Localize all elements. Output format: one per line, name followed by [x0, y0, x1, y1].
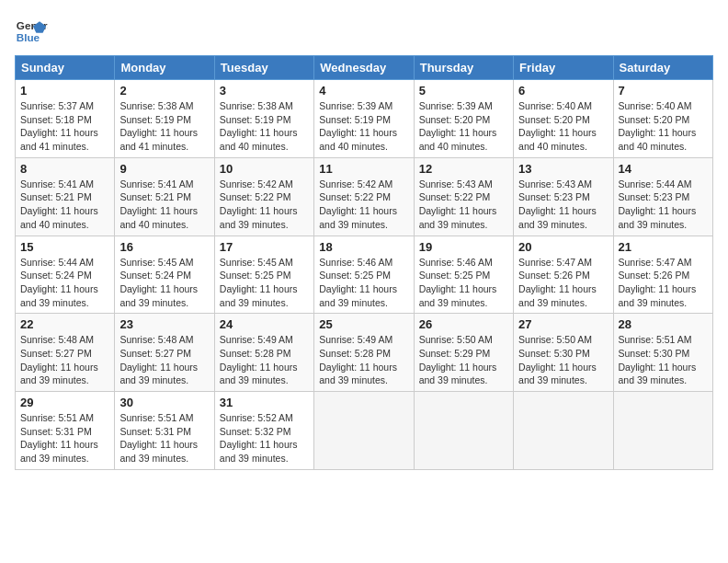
days-header-row: SundayMondayTuesdayWednesdayThursdayFrid… [16, 56, 713, 80]
calendar-cell: 21Sunrise: 5:47 AMSunset: 5:26 PMDayligh… [613, 236, 712, 314]
calendar-week-row: 1Sunrise: 5:37 AMSunset: 5:18 PMDaylight… [16, 80, 713, 158]
day-number: 25 [319, 317, 408, 331]
day-header-saturday: Saturday [613, 56, 712, 80]
calendar-week-row: 22Sunrise: 5:48 AMSunset: 5:27 PMDayligh… [16, 314, 713, 392]
day-number: 23 [119, 317, 209, 331]
day-number: 6 [518, 84, 608, 98]
calendar-cell: 6Sunrise: 5:40 AMSunset: 5:20 PMDaylight… [514, 80, 613, 158]
calendar-week-row: 8Sunrise: 5:41 AMSunset: 5:21 PMDaylight… [16, 157, 713, 236]
day-number: 10 [220, 162, 309, 176]
calendar-cell: 25Sunrise: 5:49 AMSunset: 5:28 PMDayligh… [314, 314, 414, 392]
day-number: 30 [119, 396, 209, 409]
cell-sun-info: Sunrise: 5:51 AMSunset: 5:30 PMDaylight:… [619, 333, 708, 387]
day-number: 8 [20, 162, 109, 176]
calendar-cell: 31Sunrise: 5:52 AMSunset: 5:32 PMDayligh… [214, 392, 313, 470]
calendar-cell [514, 392, 613, 470]
cell-sun-info: Sunrise: 5:37 AMSunset: 5:18 PMDaylight:… [20, 99, 109, 154]
calendar-cell: 4Sunrise: 5:39 AMSunset: 5:19 PMDaylight… [314, 80, 414, 158]
cell-sun-info: Sunrise: 5:50 AMSunset: 5:29 PMDaylight:… [419, 333, 508, 387]
calendar-cell: 13Sunrise: 5:43 AMSunset: 5:23 PMDayligh… [514, 157, 613, 236]
day-number: 4 [319, 84, 408, 98]
calendar-week-row: 29Sunrise: 5:51 AMSunset: 5:31 PMDayligh… [16, 392, 713, 470]
cell-sun-info: Sunrise: 5:51 AMSunset: 5:31 PMDaylight:… [119, 411, 209, 465]
calendar-cell: 29Sunrise: 5:51 AMSunset: 5:31 PMDayligh… [16, 392, 115, 470]
cell-sun-info: Sunrise: 5:47 AMSunset: 5:26 PMDaylight:… [619, 256, 708, 310]
day-number: 3 [220, 84, 309, 98]
calendar-cell: 12Sunrise: 5:43 AMSunset: 5:22 PMDayligh… [414, 157, 513, 236]
logo-icon: General Blue [15, 15, 48, 48]
cell-sun-info: Sunrise: 5:49 AMSunset: 5:28 PMDaylight:… [220, 333, 309, 387]
day-number: 18 [319, 240, 408, 254]
day-number: 15 [20, 240, 109, 254]
cell-sun-info: Sunrise: 5:49 AMSunset: 5:28 PMDaylight:… [319, 333, 408, 387]
day-number: 20 [518, 240, 608, 254]
day-number: 22 [20, 317, 109, 331]
calendar-cell: 7Sunrise: 5:40 AMSunset: 5:20 PMDaylight… [613, 80, 712, 158]
day-number: 17 [220, 240, 309, 254]
calendar-cell: 10Sunrise: 5:42 AMSunset: 5:22 PMDayligh… [214, 157, 313, 236]
calendar-cell: 3Sunrise: 5:38 AMSunset: 5:19 PMDaylight… [214, 80, 313, 158]
calendar-cell: 30Sunrise: 5:51 AMSunset: 5:31 PMDayligh… [115, 392, 214, 470]
day-number: 21 [619, 240, 708, 254]
cell-sun-info: Sunrise: 5:38 AMSunset: 5:19 PMDaylight:… [220, 99, 309, 154]
cell-sun-info: Sunrise: 5:48 AMSunset: 5:27 PMDaylight:… [119, 333, 209, 387]
calendar-table: SundayMondayTuesdayWednesdayThursdayFrid… [15, 55, 713, 470]
day-number: 12 [419, 162, 508, 176]
cell-sun-info: Sunrise: 5:41 AMSunset: 5:21 PMDaylight:… [20, 178, 109, 232]
cell-sun-info: Sunrise: 5:39 AMSunset: 5:20 PMDaylight:… [419, 99, 508, 154]
cell-sun-info: Sunrise: 5:47 AMSunset: 5:26 PMDaylight:… [518, 256, 608, 310]
cell-sun-info: Sunrise: 5:46 AMSunset: 5:25 PMDaylight:… [319, 256, 408, 310]
cell-sun-info: Sunrise: 5:42 AMSunset: 5:22 PMDaylight:… [319, 178, 408, 232]
cell-sun-info: Sunrise: 5:50 AMSunset: 5:30 PMDaylight:… [518, 333, 608, 387]
calendar-cell: 23Sunrise: 5:48 AMSunset: 5:27 PMDayligh… [115, 314, 214, 392]
day-number: 29 [20, 396, 109, 409]
calendar-cell: 5Sunrise: 5:39 AMSunset: 5:20 PMDaylight… [414, 80, 513, 158]
cell-sun-info: Sunrise: 5:43 AMSunset: 5:23 PMDaylight:… [518, 178, 608, 232]
day-header-monday: Monday [115, 56, 214, 80]
calendar-cell: 20Sunrise: 5:47 AMSunset: 5:26 PMDayligh… [514, 236, 613, 314]
calendar-cell: 19Sunrise: 5:46 AMSunset: 5:25 PMDayligh… [414, 236, 513, 314]
calendar-cell: 14Sunrise: 5:44 AMSunset: 5:23 PMDayligh… [613, 157, 712, 236]
calendar-cell: 27Sunrise: 5:50 AMSunset: 5:30 PMDayligh… [514, 314, 613, 392]
calendar-week-row: 15Sunrise: 5:44 AMSunset: 5:24 PMDayligh… [16, 236, 713, 314]
calendar-cell [613, 392, 712, 470]
cell-sun-info: Sunrise: 5:44 AMSunset: 5:24 PMDaylight:… [20, 256, 109, 310]
day-number: 13 [518, 162, 608, 176]
cell-sun-info: Sunrise: 5:48 AMSunset: 5:27 PMDaylight:… [20, 333, 109, 387]
day-number: 31 [220, 396, 309, 409]
cell-sun-info: Sunrise: 5:38 AMSunset: 5:19 PMDaylight:… [119, 99, 209, 154]
calendar-cell: 26Sunrise: 5:50 AMSunset: 5:29 PMDayligh… [414, 314, 513, 392]
day-number: 7 [619, 84, 708, 98]
day-number: 5 [419, 84, 508, 98]
calendar-cell: 15Sunrise: 5:44 AMSunset: 5:24 PMDayligh… [16, 236, 115, 314]
calendar-cell: 22Sunrise: 5:48 AMSunset: 5:27 PMDayligh… [16, 314, 115, 392]
day-number: 11 [319, 162, 408, 176]
calendar-cell: 18Sunrise: 5:46 AMSunset: 5:25 PMDayligh… [314, 236, 414, 314]
day-number: 28 [619, 317, 708, 331]
day-number: 14 [619, 162, 708, 176]
cell-sun-info: Sunrise: 5:43 AMSunset: 5:22 PMDaylight:… [419, 178, 508, 232]
day-header-sunday: Sunday [16, 56, 115, 80]
day-number: 27 [518, 317, 608, 331]
day-number: 26 [419, 317, 508, 331]
header: General Blue [15, 15, 713, 48]
calendar-cell: 11Sunrise: 5:42 AMSunset: 5:22 PMDayligh… [314, 157, 414, 236]
cell-sun-info: Sunrise: 5:40 AMSunset: 5:20 PMDaylight:… [619, 99, 708, 154]
calendar-cell: 2Sunrise: 5:38 AMSunset: 5:19 PMDaylight… [115, 80, 214, 158]
day-number: 16 [119, 240, 209, 254]
cell-sun-info: Sunrise: 5:40 AMSunset: 5:20 PMDaylight:… [518, 99, 608, 154]
cell-sun-info: Sunrise: 5:51 AMSunset: 5:31 PMDaylight:… [20, 411, 109, 465]
calendar-cell: 8Sunrise: 5:41 AMSunset: 5:21 PMDaylight… [16, 157, 115, 236]
day-header-friday: Friday [514, 56, 613, 80]
calendar-cell [414, 392, 513, 470]
day-header-wednesday: Wednesday [314, 56, 414, 80]
cell-sun-info: Sunrise: 5:46 AMSunset: 5:25 PMDaylight:… [419, 256, 508, 310]
day-header-thursday: Thursday [414, 56, 513, 80]
calendar-cell: 16Sunrise: 5:45 AMSunset: 5:24 PMDayligh… [115, 236, 214, 314]
cell-sun-info: Sunrise: 5:41 AMSunset: 5:21 PMDaylight:… [119, 178, 209, 232]
calendar-cell: 28Sunrise: 5:51 AMSunset: 5:30 PMDayligh… [613, 314, 712, 392]
day-header-tuesday: Tuesday [214, 56, 313, 80]
cell-sun-info: Sunrise: 5:45 AMSunset: 5:25 PMDaylight:… [220, 256, 309, 310]
day-number: 1 [20, 84, 109, 98]
calendar-cell: 24Sunrise: 5:49 AMSunset: 5:28 PMDayligh… [214, 314, 313, 392]
